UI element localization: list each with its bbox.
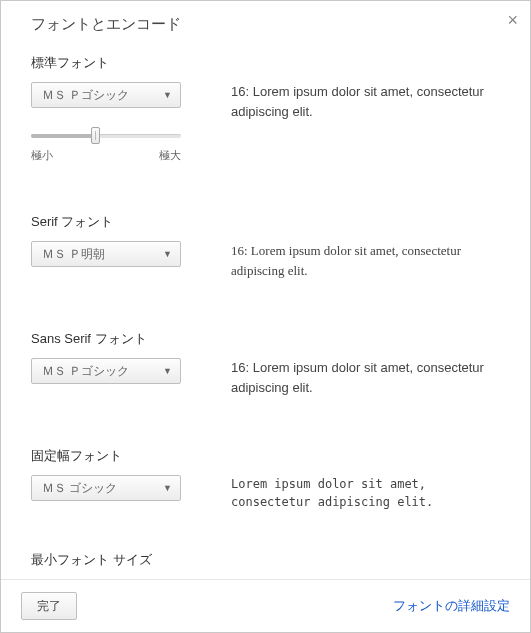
section-row: ＭＳ ゴシック ▼ Lorem ipsum dolor sit amet, co… xyxy=(31,475,510,511)
serif-font-select[interactable]: ＭＳ Ｐ明朝 ▼ xyxy=(31,241,181,267)
advanced-font-settings-link[interactable]: フォントの詳細設定 xyxy=(393,597,510,615)
section-minimum-font-size-cutoff: 最小フォント サイズ xyxy=(31,551,510,569)
content-wrap: 標準フォント ＭＳ Ｐゴシック ▼ xyxy=(1,44,530,579)
col-left: ＭＳ Ｐ明朝 ▼ xyxy=(31,241,201,267)
standard-font-preview: 16: Lorem ipsum dolor sit amet, consecte… xyxy=(231,82,510,121)
dialog-header: フォントとエンコード × xyxy=(1,1,530,44)
font-size-slider[interactable] xyxy=(31,126,181,144)
section-serif-font: Serif フォント ＭＳ Ｐ明朝 ▼ 16: Lorem ipsum dolo… xyxy=(31,213,510,280)
chevron-down-icon: ▼ xyxy=(163,90,172,100)
fixed-width-font-select[interactable]: ＭＳ ゴシック ▼ xyxy=(31,475,181,501)
close-icon[interactable]: × xyxy=(507,11,518,29)
col-left: ＭＳ Ｐゴシック ▼ xyxy=(31,358,201,384)
section-title: Sans Serif フォント xyxy=(31,330,510,348)
standard-font-select[interactable]: ＭＳ Ｐゴシック ▼ xyxy=(31,82,181,108)
dialog-content[interactable]: 標準フォント ＭＳ Ｐゴシック ▼ xyxy=(1,44,530,579)
sans-serif-font-select[interactable]: ＭＳ Ｐゴシック ▼ xyxy=(31,358,181,384)
section-standard-font: 標準フォント ＭＳ Ｐゴシック ▼ xyxy=(31,54,510,163)
fixed-width-font-preview: Lorem ipsum dolor sit amet, consectetur … xyxy=(231,475,510,511)
slider-min-label: 極小 xyxy=(31,148,53,163)
section-row: ＭＳ Ｐ明朝 ▼ 16: Lorem ipsum dolor sit amet,… xyxy=(31,241,510,280)
section-row: ＭＳ Ｐゴシック ▼ 16: Lorem ipsum dolor sit ame… xyxy=(31,358,510,397)
sans-serif-font-preview: 16: Lorem ipsum dolor sit amet, consecte… xyxy=(231,358,510,397)
section-row: ＭＳ Ｐゴシック ▼ 極小 極大 xyxy=(31,82,510,163)
section-sans-serif-font: Sans Serif フォント ＭＳ Ｐゴシック ▼ 16: Lorem ips… xyxy=(31,330,510,397)
col-left: ＭＳ Ｐゴシック ▼ 極小 極大 xyxy=(31,82,201,163)
select-value: ＭＳ Ｐ明朝 xyxy=(42,246,105,263)
slider-thumb[interactable] xyxy=(91,127,100,144)
section-fixed-width-font: 固定幅フォント ＭＳ ゴシック ▼ Lorem ipsum dolor sit … xyxy=(31,447,510,511)
select-value: ＭＳ Ｐゴシック xyxy=(42,87,129,104)
chevron-down-icon: ▼ xyxy=(163,249,172,259)
slider-max-label: 極大 xyxy=(159,148,181,163)
col-left: ＭＳ ゴシック ▼ xyxy=(31,475,201,501)
slider-fill xyxy=(31,134,94,138)
serif-font-preview: 16: Lorem ipsum dolor sit amet, consecte… xyxy=(231,241,510,280)
font-settings-dialog: フォントとエンコード × 標準フォント ＭＳ Ｐゴシック ▼ xyxy=(0,0,531,633)
dialog-footer: 完了 フォントの詳細設定 xyxy=(1,579,530,632)
chevron-down-icon: ▼ xyxy=(163,366,172,376)
done-button[interactable]: 完了 xyxy=(21,592,77,620)
select-value: ＭＳ Ｐゴシック xyxy=(42,363,129,380)
section-title: 標準フォント xyxy=(31,54,510,72)
section-title: Serif フォント xyxy=(31,213,510,231)
chevron-down-icon: ▼ xyxy=(163,483,172,493)
section-title: 固定幅フォント xyxy=(31,447,510,465)
slider-labels: 極小 極大 xyxy=(31,148,181,163)
select-value: ＭＳ ゴシック xyxy=(42,480,117,497)
dialog-title: フォントとエンコード xyxy=(31,15,510,34)
font-size-slider-wrap: 極小 極大 xyxy=(31,126,181,163)
